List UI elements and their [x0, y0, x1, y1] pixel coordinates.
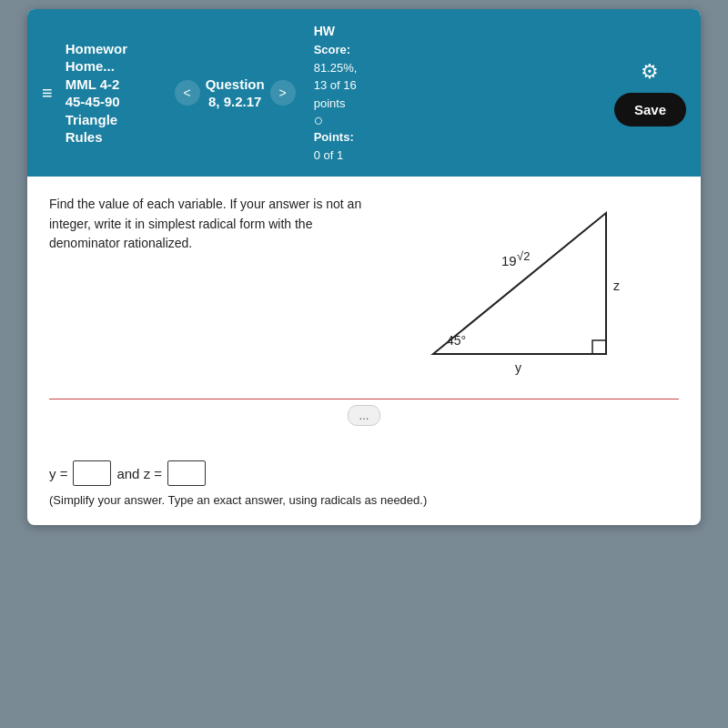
save-button[interactable]: Save: [614, 93, 686, 126]
answer-section: y = and z = (Simplify your answer. Type …: [27, 446, 701, 525]
title-line4: 45-45-90: [66, 93, 166, 111]
triangle-svg: 19 √2 z 45° y: [406, 186, 642, 386]
title-line1: Homewor: [66, 40, 166, 58]
prev-button[interactable]: <: [175, 80, 200, 106]
desc-line1: Find the value of each variable. If your…: [49, 195, 361, 215]
question-area: Find the value of each variable. If your…: [49, 195, 679, 389]
header: ≡ Homewor Home... MML 4-2 45-45-90 Trian…: [27, 9, 701, 177]
y-label: y: [515, 360, 521, 375]
question-line1: Question: [206, 76, 265, 94]
answer-row: y = and z =: [49, 460, 679, 486]
svg-rect-1: [592, 340, 606, 354]
triangle-diagram: 19 √2 z 45° y: [406, 186, 661, 389]
dots-button[interactable]: ...: [348, 405, 381, 426]
circle-icon: ○: [314, 112, 605, 128]
z-label: z: [613, 278, 620, 293]
dots-row: ...: [49, 399, 679, 431]
problem-description: Find the value of each variable. If your…: [49, 195, 361, 254]
app-container: ≡ Homewor Home... MML 4-2 45-45-90 Trian…: [27, 9, 701, 525]
hw-score-section: HW Score: 81.25%, 13 of 16 points ○ Poin…: [305, 22, 605, 164]
svg-text:√2: √2: [517, 249, 530, 263]
nav-section: < Question 8, 9.2.17 >: [175, 76, 296, 111]
and-text: and z =: [116, 466, 162, 481]
question-label: Question 8, 9.2.17: [206, 76, 265, 111]
y-prefix: y =: [49, 466, 67, 481]
header-title: Homewor Home... MML 4-2 45-45-90 Triangl…: [66, 40, 166, 147]
points-earned-label: Points:: [314, 128, 605, 147]
title-line2: Home...: [66, 57, 166, 76]
points-earned-value: 0 of 1: [314, 147, 605, 165]
score-fraction: 13 of 16: [314, 76, 605, 95]
hw-label: HW: [314, 22, 605, 41]
z-input[interactable]: [167, 460, 206, 486]
answer-hint: (Simplify your answer. Type an exact ans…: [49, 493, 679, 507]
menu-icon[interactable]: ≡: [42, 83, 53, 104]
title-line6: Rules: [66, 128, 166, 147]
question-line2: 8, 9.2.17: [206, 93, 265, 111]
title-line3: MML 4-2: [66, 76, 166, 94]
angle-label: 45°: [447, 333, 466, 348]
points-label: points: [314, 95, 605, 113]
next-button[interactable]: >: [270, 80, 296, 106]
hypotenuse-label: 19: [501, 253, 517, 268]
desc-line2: integer, write it in simplest radical fo…: [49, 215, 361, 235]
score-value: 81.25%,: [314, 59, 605, 77]
score-label: Score:: [314, 41, 605, 59]
gear-icon[interactable]: ⚙: [641, 60, 659, 84]
y-input[interactable]: [73, 460, 111, 486]
content-area: Find the value of each variable. If your…: [27, 177, 701, 446]
title-line5: Triangle: [66, 111, 166, 129]
desc-line3: denominator rationalized.: [49, 234, 361, 254]
header-right: ⚙ Save: [614, 60, 686, 126]
